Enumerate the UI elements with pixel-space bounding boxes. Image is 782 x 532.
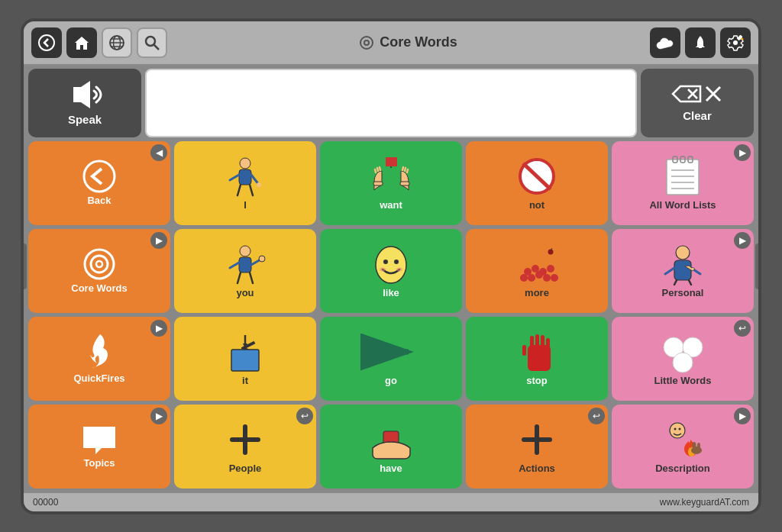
not-cell[interactable]: not [466, 141, 608, 225]
cloud-button[interactable] [650, 27, 680, 58]
svg-point-54 [259, 256, 265, 262]
svg-line-35 [380, 167, 380, 170]
core-words-cell[interactable]: ▶ Core Words [28, 229, 170, 313]
search-button[interactable] [137, 27, 167, 58]
back-nav-button[interactable] [31, 27, 62, 58]
speak-button[interactable]: Speak [28, 69, 141, 137]
people-cell[interactable]: ↩ People [174, 405, 316, 488]
all-word-lists-icon [656, 156, 709, 198]
svg-point-92 [673, 353, 693, 372]
people-label: People [229, 463, 262, 474]
actions-label: Actions [519, 463, 555, 474]
svg-point-9 [360, 37, 373, 49]
svg-line-37 [405, 168, 406, 171]
svg-point-61 [380, 267, 386, 271]
little-words-cell[interactable]: ↩ Little Words [612, 317, 754, 401]
svg-rect-53 [239, 257, 251, 272]
svg-point-73 [676, 246, 690, 260]
svg-point-62 [396, 267, 402, 271]
more-label: more [525, 287, 549, 298]
grid-row-2: ▶ Core Words [28, 229, 754, 313]
home-button[interactable] [66, 27, 97, 58]
go-cell[interactable]: go [320, 317, 462, 401]
svg-rect-87 [541, 335, 544, 348]
svg-rect-29 [386, 157, 397, 166]
more-cell[interactable]: more [466, 229, 608, 313]
actions-cell[interactable]: ↩ Actions [466, 405, 608, 488]
svg-line-56 [250, 272, 253, 283]
svg-line-8 [154, 44, 160, 50]
svg-point-50 [91, 256, 108, 272]
it-icon [218, 331, 272, 373]
want-cell[interactable]: want [320, 141, 462, 225]
you-label: you [236, 287, 254, 298]
quickfires-label: QuickFires [73, 372, 124, 384]
svg-line-78 [689, 280, 691, 285]
text-display[interactable] [145, 69, 637, 137]
all-word-lists-badge: ▶ [734, 144, 751, 161]
core-words-label: Core Words [71, 282, 127, 294]
svg-line-26 [238, 185, 241, 195]
core-words-badge: ▶ [150, 232, 167, 249]
stop-cell[interactable]: stop [466, 317, 608, 401]
back-badge: ◀ [150, 144, 167, 161]
actions-icon [510, 419, 564, 461]
like-label: like [383, 287, 399, 298]
svg-point-52 [240, 246, 250, 256]
svg-point-21 [84, 161, 115, 192]
all-word-lists-label: All Word Lists [649, 199, 716, 211]
nav-left [31, 27, 167, 58]
topics-cell[interactable]: ▶ Topics [28, 405, 170, 488]
more-icon [510, 243, 564, 285]
personal-cell[interactable]: ▶ Personal [612, 229, 754, 313]
not-icon [510, 156, 564, 198]
svg-rect-23 [239, 169, 251, 185]
bell-button[interactable] [685, 27, 716, 58]
svg-point-68 [528, 274, 535, 282]
top-bar: Core Words [24, 21, 758, 64]
svg-point-72 [551, 274, 558, 282]
all-word-lists-cell[interactable]: ▶ All Wor [612, 141, 754, 225]
svg-marker-1 [75, 37, 89, 50]
description-cell[interactable]: ▶ [612, 405, 754, 488]
want-icon [364, 156, 418, 198]
it-cell[interactable]: it [174, 317, 316, 401]
speak-label: Speak [68, 113, 102, 126]
actions-badge: ↩ [588, 408, 605, 424]
you-cell[interactable]: you [174, 229, 316, 313]
svg-line-38 [402, 167, 403, 170]
back-cell[interactable]: ◀ Back [28, 141, 170, 225]
speak-row: Speak Clear [28, 69, 754, 137]
svg-point-13 [733, 40, 738, 45]
personal-badge: ▶ [734, 232, 751, 249]
svg-rect-32 [400, 182, 409, 185]
svg-point-70 [543, 274, 551, 282]
little-words-icon [656, 331, 709, 373]
svg-point-22 [240, 158, 250, 169]
grid-row-4: ▶ Topics ↩ People [28, 405, 754, 488]
go-label: go [385, 375, 397, 386]
svg-point-7 [146, 37, 155, 46]
svg-line-75 [665, 268, 674, 274]
have-cell[interactable]: have [320, 405, 462, 488]
svg-point-100 [678, 428, 680, 430]
svg-point-69 [535, 271, 543, 279]
i-icon [218, 156, 272, 198]
clear-button[interactable]: Clear [641, 69, 754, 137]
svg-line-34 [377, 168, 378, 171]
i-label: I [244, 199, 247, 211]
svg-rect-74 [674, 260, 691, 280]
globe-button[interactable] [102, 27, 132, 58]
svg-point-67 [547, 265, 554, 272]
quickfires-cell[interactable]: ▶ QuickFires [28, 317, 170, 401]
svg-marker-80 [243, 343, 247, 348]
svg-point-58 [376, 247, 406, 283]
svg-point-103 [697, 443, 700, 449]
svg-point-51 [96, 261, 102, 267]
like-cell[interactable]: like [320, 229, 462, 313]
settings-button[interactable] [720, 27, 751, 58]
svg-rect-31 [373, 182, 383, 185]
i-cell[interactable]: I [174, 141, 316, 225]
svg-point-0 [39, 35, 54, 50]
svg-point-71 [520, 274, 528, 282]
